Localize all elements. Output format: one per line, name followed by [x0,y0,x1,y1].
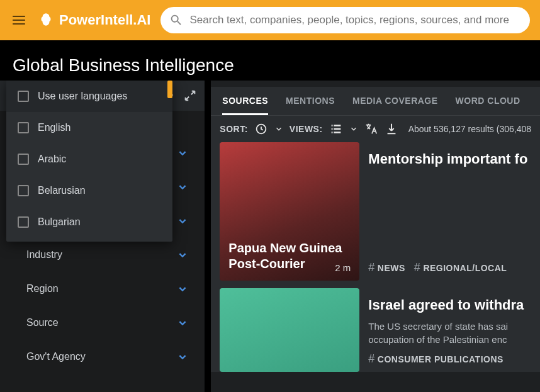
hamburger-icon [11,13,26,28]
results-panel: SOURCES MENTIONS MEDIA COVERAGE WORD CLO… [211,81,540,392]
dropdown-item-label: Bulgarian [38,216,81,228]
tag-news[interactable]: #NEWS [368,261,405,274]
translate-icon[interactable] [364,122,378,136]
dropdown-item-arabic[interactable]: Arabic [6,143,172,175]
views-label: VIEWS: [290,124,323,134]
result-body: Mentorship important fo #NEWS #REGIONAL/… [359,142,540,281]
chevron-down-icon [176,316,189,330]
filter-industry[interactable]: Industry [0,238,205,272]
filter-label: Gov't Agency [26,351,86,362]
language-dropdown: Use user languages English Arabic Belaru… [6,81,172,242]
sort-label: SORT: [220,124,248,134]
checkbox-icon[interactable] [18,185,29,196]
chevron-down-icon[interactable] [349,122,358,136]
tab-word-cloud[interactable]: WORD CLOUD [456,96,520,115]
result-description: The US secretary of state has sai occupa… [368,320,540,346]
results-toolbar: SORT: VIEWS: About 536,127 results (306,… [211,116,540,142]
dropdown-item-label: English [38,122,70,133]
dropdown-item-belarusian[interactable]: Belarusian [6,175,172,206]
filter-label: Source [26,317,59,328]
brand: PowerIntell.AI [38,12,150,28]
dropdown-item-label: Use user languages [38,91,127,102]
dropdown-item-english[interactable]: English [6,112,172,143]
brand-name: PowerIntell.AI [59,12,150,28]
clock-icon[interactable] [254,122,268,136]
chevron-down-icon [176,350,189,364]
result-thumbnail [220,288,359,372]
search-field[interactable] [160,7,530,33]
separator-strip [0,40,540,48]
chevron-down-icon [176,214,189,228]
checkbox-icon[interactable] [18,216,29,228]
tab-media-coverage[interactable]: MEDIA COVERAGE [352,96,438,115]
filter-source[interactable]: Source [0,306,205,340]
brand-icon [38,12,54,28]
hash-icon: # [368,261,375,274]
filter-govt-agency[interactable]: Gov't Agency [0,340,205,374]
result-source: Papua New Guinea Post-Courier [228,240,351,272]
chevron-down-icon [176,146,189,160]
dropdown-item-label: Belarusian [38,185,86,196]
tag-consumer-publications[interactable]: #CONSUMER PUBLICATIONS [368,352,503,366]
dropdown-item-bulgarian[interactable]: Bulgarian [6,206,172,238]
checkbox-icon[interactable] [18,154,29,165]
filter-label: Region [26,283,59,294]
download-icon[interactable] [385,122,398,136]
page-title: Global Business Intelligence [0,48,540,81]
top-bar: PowerIntell.AI [0,0,540,40]
hash-icon: # [368,352,375,366]
result-body: Israel agreed to withdra The US secretar… [359,288,540,372]
chevron-down-icon [176,248,189,262]
result-title: Israel agreed to withdra [368,297,540,313]
chevron-down-icon[interactable] [274,122,283,136]
chevron-down-icon [176,180,189,194]
hash-icon: # [414,261,421,274]
list-view-icon[interactable] [329,122,343,136]
checkbox-icon[interactable] [18,91,29,102]
tag-regional-local[interactable]: #REGIONAL/LOCAL [414,261,507,274]
chevron-down-icon [176,282,189,296]
tag-row: #CONSUMER PUBLICATIONS [368,352,540,366]
result-card[interactable]: Papua New Guinea Post-Courier 2 m Mentor… [220,142,540,281]
search-input[interactable] [189,14,521,26]
dropdown-item-label: Arabic [38,154,66,165]
checkbox-icon[interactable] [18,122,29,133]
filter-region[interactable]: Region [0,272,205,306]
results-list: Papua New Guinea Post-Courier 2 m Mentor… [211,142,540,372]
dropdown-item-user-languages[interactable]: Use user languages [6,81,172,112]
results-count: About 536,127 results (306,408 [408,124,531,134]
hamburger-menu-button[interactable] [10,11,28,29]
result-title: Mentorship important fo [368,151,540,167]
result-thumbnail: Papua New Guinea Post-Courier 2 m [220,142,359,281]
filters-sidebar: Industry Region Source Gov't Agency Use … [0,81,205,392]
expand-icon[interactable] [183,89,197,103]
search-icon [169,13,183,27]
result-card[interactable]: Israel agreed to withdra The US secretar… [220,288,540,372]
tag-row: #NEWS #REGIONAL/LOCAL [368,261,540,274]
scrollbar-thumb[interactable] [167,81,172,98]
results-tabs: SOURCES MENTIONS MEDIA COVERAGE WORD CLO… [211,87,540,116]
filter-label: Industry [26,249,62,260]
result-time: 2 m [335,262,351,273]
main-area: Industry Region Source Gov't Agency Use … [0,81,540,392]
tab-mentions[interactable]: MENTIONS [286,96,335,115]
tab-sources[interactable]: SOURCES [222,96,268,115]
